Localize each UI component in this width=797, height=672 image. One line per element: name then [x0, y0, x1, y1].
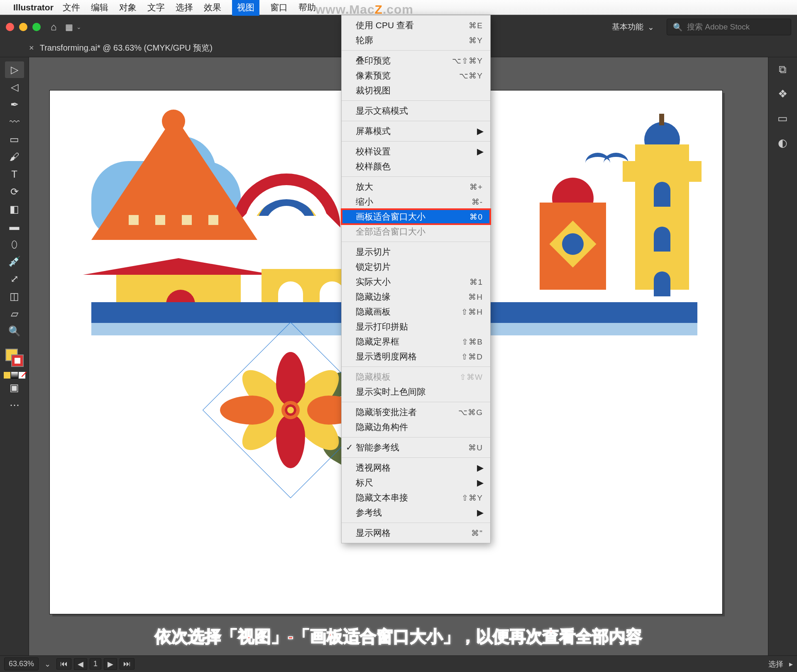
- chevron-down-icon[interactable]: ⌄: [44, 660, 51, 669]
- stock-search[interactable]: 🔍 搜索 Adobe Stock: [667, 19, 791, 35]
- app-name[interactable]: Illustrator: [13, 2, 54, 12]
- rotate-tool[interactable]: ⟳: [5, 183, 24, 200]
- menu-select[interactable]: 选择: [176, 2, 193, 13]
- workspace-switcher[interactable]: 基本功能 ⌄: [612, 22, 654, 32]
- menu-help[interactable]: 帮助: [298, 2, 316, 13]
- menu-item[interactable]: 缩小⌘-: [342, 194, 490, 209]
- artboard-number[interactable]: 1: [90, 658, 101, 670]
- menu-item-label: 显示网格: [356, 527, 471, 539]
- edit-toolbar-button[interactable]: ⋯: [5, 397, 24, 413]
- direct-selection-tool[interactable]: ◁: [5, 79, 24, 95]
- menu-item-label: 隐藏边角构件: [356, 421, 483, 433]
- menu-item[interactable]: 实际大小⌘1: [342, 274, 490, 289]
- artboard-navigator[interactable]: ⏮ ◀ 1 ▶ ⏭: [56, 658, 134, 670]
- menu-file[interactable]: 文件: [63, 2, 80, 13]
- menu-item[interactable]: 隐藏画板⇧⌘H: [342, 304, 490, 319]
- menu-item-shortcut: ⇧⌘Y: [462, 493, 483, 503]
- rectangle-tool[interactable]: ▭: [5, 131, 24, 148]
- right-panel-dock: ⧉ ❖ ▭ ◐: [768, 57, 797, 655]
- next-artboard-button[interactable]: ▶: [104, 658, 117, 670]
- document-tab[interactable]: Transforming.ai* @ 63.63% (CMYK/GPU 预览): [40, 42, 213, 54]
- selected-flower-object[interactable]: [228, 348, 353, 472]
- artboard-tool[interactable]: ▱: [5, 305, 24, 322]
- menu-item[interactable]: 全部适合窗口大小: [342, 224, 490, 239]
- selection-tool[interactable]: ▷: [5, 61, 24, 78]
- menu-item[interactable]: 隐藏文本串接⇧⌘Y: [342, 490, 490, 505]
- prev-artboard-button[interactable]: ◀: [74, 658, 87, 670]
- free-transform-tool[interactable]: ◫: [5, 288, 24, 305]
- menu-item[interactable]: 显示网格⌘": [342, 525, 490, 540]
- menu-item[interactable]: 显示切片: [342, 244, 490, 259]
- screen-mode-button[interactable]: ▣: [5, 379, 24, 396]
- menu-item[interactable]: 画板适合窗口大小⌘0: [342, 209, 490, 224]
- menu-item[interactable]: 屏幕模式▶: [342, 124, 490, 139]
- zoom-level[interactable]: 63.63%: [4, 657, 39, 670]
- menu-effect[interactable]: 效果: [204, 2, 221, 13]
- draw-mode-buttons[interactable]: [4, 372, 25, 379]
- search-placeholder: 搜索 Adobe Stock: [687, 22, 750, 32]
- first-artboard-button[interactable]: ⏮: [56, 658, 71, 670]
- last-artboard-button[interactable]: ⏭: [120, 658, 134, 670]
- menu-window[interactable]: 窗口: [270, 2, 288, 13]
- scale-tool[interactable]: ⤢: [5, 271, 24, 287]
- menu-item[interactable]: 显示文稿模式: [342, 103, 490, 118]
- menu-object[interactable]: 对象: [119, 2, 137, 13]
- libraries-panel-icon[interactable]: ▭: [777, 112, 788, 125]
- eraser-tool[interactable]: ◧: [5, 201, 24, 217]
- shape-builder-tool[interactable]: ⬯: [5, 236, 24, 252]
- tab-close-icon[interactable]: ×: [29, 43, 34, 53]
- pen-tool[interactable]: ✒: [5, 96, 24, 113]
- home-icon[interactable]: ⌂: [51, 21, 57, 33]
- arrange-documents-icon[interactable]: ▦: [65, 22, 73, 32]
- maximize-window-button[interactable]: [32, 23, 41, 31]
- eyedropper-tool[interactable]: 💉: [5, 253, 24, 270]
- menu-edit[interactable]: 编辑: [91, 2, 108, 13]
- menu-item[interactable]: 隐藏边缘⌘H: [342, 289, 490, 304]
- menu-item[interactable]: 像素预览⌥⌘Y: [342, 68, 490, 83]
- menu-item[interactable]: 隐藏定界框⇧⌘B: [342, 334, 490, 349]
- zoom-tool[interactable]: 🔍: [5, 323, 24, 340]
- menu-item[interactable]: 隐藏渐变批注者⌥⌘G: [342, 405, 490, 420]
- properties-panel-icon[interactable]: ⧉: [779, 63, 787, 76]
- close-window-button[interactable]: [6, 23, 14, 31]
- menu-item[interactable]: 轮廓⌘Y: [342, 33, 490, 48]
- menu-item[interactable]: 使用 CPU 查看⌘E: [342, 18, 490, 33]
- menu-item-label: 隐藏边缘: [356, 291, 468, 303]
- tutorial-caption: 依次选择「视图」-「画板适合窗口大小」，以便再次查看全部内容: [0, 625, 797, 648]
- menu-item[interactable]: 叠印预览⌥⇧⌘Y: [342, 53, 490, 68]
- menu-item[interactable]: 隐藏边角构件: [342, 420, 490, 435]
- curvature-tool[interactable]: 〰: [5, 114, 24, 130]
- menu-item-shortcut: ⌘H: [468, 292, 483, 302]
- minimize-window-button[interactable]: [19, 23, 27, 31]
- status-menu-chevron[interactable]: ▸: [789, 660, 793, 669]
- appearance-panel-icon[interactable]: ◐: [778, 137, 787, 149]
- type-tool[interactable]: T: [5, 166, 24, 183]
- menu-item[interactable]: 显示透明度网格⇧⌘D: [342, 349, 490, 364]
- menu-item[interactable]: 校样设置▶: [342, 144, 490, 159]
- gradient-tool[interactable]: ▬: [5, 218, 24, 235]
- menu-item-label: 隐藏模板: [356, 371, 460, 383]
- menu-item[interactable]: 透视网格▶: [342, 460, 490, 475]
- menu-item-label: 轮廓: [356, 34, 469, 46]
- menu-item-shortcut: ⌘-: [472, 197, 483, 207]
- menu-item[interactable]: 显示实时上色间隙: [342, 384, 490, 399]
- menu-item-label: 显示打印拼贴: [356, 321, 483, 332]
- menu-item[interactable]: 标尺▶: [342, 475, 490, 490]
- menu-item-shortcut: ⇧⌘B: [462, 337, 483, 347]
- stroke-swatch[interactable]: [11, 354, 24, 367]
- menu-item[interactable]: 智能参考线⌘U: [342, 440, 490, 455]
- menu-item[interactable]: 校样颜色: [342, 159, 490, 174]
- fill-stroke-swatches[interactable]: [4, 349, 25, 379]
- menu-item[interactable]: 锁定切片: [342, 259, 490, 274]
- menu-item[interactable]: 放大⌘+: [342, 179, 490, 194]
- menu-item[interactable]: 显示打印拼贴: [342, 319, 490, 334]
- chevron-down-icon[interactable]: ⌄: [76, 24, 81, 30]
- menu-view[interactable]: 视图: [232, 0, 259, 16]
- menu-item[interactable]: 参考线▶: [342, 505, 490, 520]
- menu-type[interactable]: 文字: [147, 2, 165, 13]
- paintbrush-tool[interactable]: 🖌: [5, 149, 24, 165]
- menu-item[interactable]: 裁切视图: [342, 83, 490, 98]
- current-tool-label: 选择: [768, 659, 783, 669]
- art-temple: [100, 115, 266, 240]
- layers-panel-icon[interactable]: ❖: [778, 88, 787, 100]
